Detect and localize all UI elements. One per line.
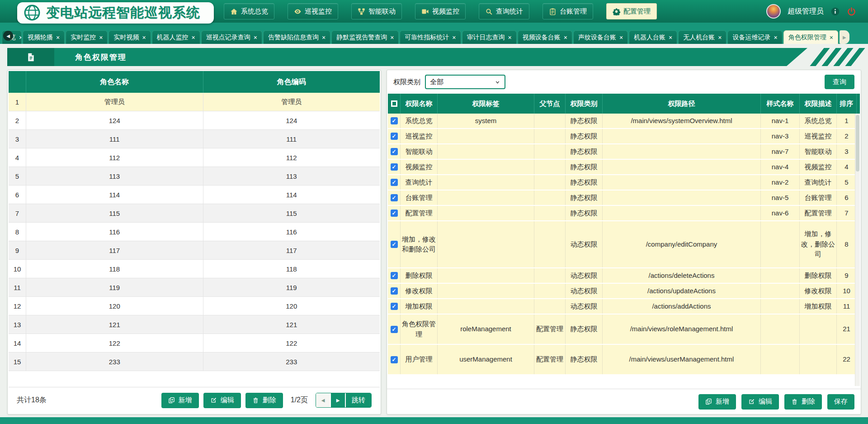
close-icon[interactable]: × — [830, 34, 833, 41]
search-button[interactable]: 查询 — [825, 75, 854, 89]
vertical-scrollbar[interactable] — [855, 114, 860, 386]
role-delete-button[interactable]: 删除 — [245, 393, 283, 408]
role-add-button[interactable]: 新增 — [161, 393, 199, 408]
tab-实时视频[interactable]: 实时视频× — [108, 30, 151, 44]
nav-button-inspection-monitor[interactable]: 巡视监控 — [288, 3, 338, 19]
tab-审计日志查询[interactable]: 审计日志查询× — [462, 30, 517, 44]
permission-row-8[interactable]: ✓增加，修改和删除公司动态权限/company/editCompany增加，修改… — [388, 221, 860, 268]
tab-角色权限管理[interactable]: 角色权限管理× — [783, 30, 838, 44]
permission-save-button[interactable]: 保存 — [827, 394, 854, 410]
row-checkbox[interactable]: ✓ — [391, 133, 398, 140]
role-row-7[interactable]: 7115115 — [9, 204, 380, 223]
select-all-checkbox[interactable] — [391, 100, 397, 107]
tab-设备运维记录[interactable]: 设备运维记录× — [727, 30, 782, 44]
nav-button-video-monitor[interactable]: 视频监控 — [415, 3, 466, 19]
tab-视频轮播[interactable]: 视频轮播× — [23, 30, 65, 44]
jump-page-button[interactable]: 跳转 — [346, 393, 371, 407]
close-icon[interactable]: × — [56, 34, 60, 41]
close-icon[interactable]: × — [322, 34, 326, 41]
permission-edit-button[interactable]: 编辑 — [741, 394, 779, 410]
permission-category-select[interactable]: 全部 — [425, 75, 505, 89]
permission-row-4[interactable]: ✓视频监控静态权限nav-4视频监控4 — [388, 160, 860, 175]
permission-row-1[interactable]: ✓系统总览system静态权限/main/views/systemOvervie… — [388, 114, 860, 129]
close-icon[interactable]: × — [192, 34, 195, 41]
close-icon[interactable]: × — [718, 34, 722, 41]
permission-add-button[interactable]: 新增 — [698, 394, 736, 410]
row-checkbox[interactable]: ✓ — [391, 272, 398, 279]
info-button[interactable] — [830, 7, 840, 16]
tab-无人机台账[interactable]: 无人机台账× — [678, 30, 726, 44]
permission-delete-button[interactable]: 删除 — [784, 394, 822, 410]
close-icon[interactable]: × — [142, 34, 146, 41]
role-row-11[interactable]: 11119119 — [9, 278, 380, 297]
row-checkbox[interactable]: ✓ — [391, 117, 398, 124]
close-icon[interactable]: × — [774, 34, 777, 41]
role-row-8[interactable]: 8116116 — [9, 223, 380, 241]
row-checkbox[interactable]: ✓ — [391, 287, 398, 295]
row-checkbox[interactable]: ✓ — [391, 163, 398, 171]
role-row-10[interactable]: 10118118 — [9, 260, 380, 278]
prev-page-button[interactable]: ◀ — [316, 393, 331, 407]
role-row-12[interactable]: 12120120 — [9, 297, 380, 315]
row-checkbox[interactable]: ✓ — [391, 303, 398, 310]
role-edit-button[interactable]: 编辑 — [203, 393, 241, 408]
nav-button-smart-linkage[interactable]: 智能联动 — [351, 3, 402, 19]
row-checkbox[interactable]: ✓ — [391, 241, 398, 248]
row-checkbox[interactable]: ✓ — [391, 326, 398, 333]
nav-button-system-overview[interactable]: 系统总览 — [224, 3, 274, 19]
role-row-2[interactable]: 2124124 — [9, 111, 380, 130]
tab-巡视点记录查询[interactable]: 巡视点记录查询× — [201, 30, 262, 44]
permission-row-7[interactable]: ✓配置管理静态权限nav-6配置管理7 — [388, 206, 860, 221]
role-row-9[interactable]: 9117117 — [9, 241, 380, 260]
permission-row-21[interactable]: ✓角色权限管理roleManagement配置管理静态权限/main/views… — [388, 314, 860, 345]
tab-scroll-left-button[interactable]: ◀ — [3, 31, 13, 41]
role-row-4[interactable]: 4112112 — [9, 148, 380, 167]
permission-row-10[interactable]: ✓修改权限动态权限/actions/updateActions修改权限10 — [388, 284, 860, 299]
close-icon[interactable]: × — [19, 34, 22, 41]
row-checkbox[interactable]: ✓ — [391, 179, 398, 186]
logout-button[interactable] — [847, 7, 856, 16]
close-icon[interactable]: × — [669, 34, 672, 41]
permission-row-2[interactable]: ✓巡视监控静态权限nav-3巡视监控2 — [388, 129, 860, 144]
permission-row-6[interactable]: ✓台账管理静态权限nav-5台账管理6 — [388, 191, 860, 206]
tab-视频设备台账[interactable]: 视频设备台账× — [518, 30, 572, 44]
permission-row-22[interactable]: ✓用户管理userManagement配置管理静态权限/main/views/u… — [388, 345, 860, 375]
role-row-13[interactable]: 13121121 — [9, 315, 380, 334]
row-checkbox[interactable]: ✓ — [391, 148, 398, 155]
nav-button-config-management[interactable]: 配置管理 — [606, 3, 657, 19]
avatar[interactable] — [766, 4, 781, 19]
close-icon[interactable]: × — [508, 34, 512, 41]
tab-scroll-right-button[interactable]: ▶ — [840, 30, 849, 44]
permission-row-3[interactable]: ✓智能联动静态权限nav-7智能联动3 — [388, 144, 860, 160]
tab-可靠性指标统计[interactable]: 可靠性指标统计× — [400, 30, 461, 44]
tab-声纹设备台账[interactable]: 声纹设备台账× — [573, 30, 628, 44]
role-row-index: 1 — [9, 93, 26, 111]
close-icon[interactable]: × — [564, 34, 567, 41]
role-row-15[interactable]: 15233233 — [9, 353, 380, 371]
tab-告警缺陷信息查询[interactable]: 告警缺陷信息查询× — [263, 30, 330, 44]
row-checkbox[interactable]: ✓ — [391, 194, 398, 201]
nav-button-ledger-management[interactable]: 台账管理 — [542, 3, 593, 19]
role-row-6[interactable]: 6114114 — [9, 186, 380, 204]
row-checkbox[interactable]: ✓ — [391, 210, 398, 217]
role-row-1[interactable]: 1管理员管理员 — [9, 93, 380, 111]
permission-row-9[interactable]: ✓删除权限动态权限/actions/deleteActions删除权限9 — [388, 268, 860, 284]
role-row-5[interactable]: 5113113 — [9, 167, 380, 186]
role-row-14[interactable]: 14122122 — [9, 334, 380, 353]
close-icon[interactable]: × — [619, 34, 623, 41]
nav-button-query-stats[interactable]: 查询统计 — [479, 3, 529, 19]
tab-机器人台账[interactable]: 机器人台账× — [629, 30, 677, 44]
role-row-3[interactable]: 3111111 — [9, 130, 380, 148]
close-icon[interactable]: × — [452, 34, 456, 41]
close-icon[interactable]: × — [99, 34, 103, 41]
next-page-button[interactable]: ▶ — [331, 393, 346, 407]
permission-row-11[interactable]: ✓增加权限动态权限/actions/addActions增加权限11 — [388, 299, 860, 314]
row-checkbox[interactable]: ✓ — [391, 356, 398, 363]
tab-实时监控[interactable]: 实时监控× — [66, 30, 108, 44]
close-icon[interactable]: × — [254, 34, 257, 41]
close-icon[interactable]: × — [390, 34, 394, 41]
tab-静默监视告警查询[interactable]: 静默监视告警查询× — [331, 30, 399, 44]
tab-机器人监控[interactable]: 机器人监控× — [152, 30, 200, 44]
scrollbar-thumb[interactable] — [856, 115, 859, 172]
permission-row-5[interactable]: ✓查询统计静态权限nav-2查询统计5 — [388, 175, 860, 191]
